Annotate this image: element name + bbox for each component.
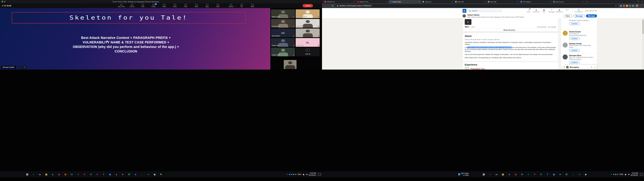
zoom-toolbar-button[interactable]: Pop out [127,4,137,8]
nav-item[interactable]: ❞ Messaging [548,9,556,12]
taskbar-app-icon[interactable]: ➤ [558,172,562,176]
person-avatar[interactable] [563,20,568,25]
browser-tab[interactable]: HROne V5 ✕ [323,0,356,3]
taskbar-clock[interactable]: 3:35 PM 8/11/2023 [630,172,638,176]
taskbar-app-icon[interactable]: X [526,172,530,176]
taskbar-app-icon[interactable]: ○ [32,172,36,176]
tab-close-icon[interactable]: ✕ [419,1,420,2]
nav-item[interactable]: ◉ Notifications [556,9,563,12]
tab-close-icon[interactable]: ✕ [550,1,551,2]
taskbar-app-icon[interactable]: ➤ [121,172,125,176]
zoom-av-button[interactable]: Share [248,4,257,8]
expand-messaging-icon[interactable]: ∧ [594,66,595,68]
nav-item[interactable]: ▣ Jobs [540,9,548,12]
search-input[interactable] [472,10,501,12]
taskbar-app-icon[interactable]: ◉ [152,172,157,176]
taskbar-app-icon[interactable]: ▭ [494,172,498,176]
extension-icon[interactable] [629,5,631,7]
browser-tab[interactable]: Vatsal Vaish... ✕ [389,0,421,3]
taskbar-app-icon[interactable]: e [51,172,55,176]
zoom-in-button[interactable]: + [22,66,27,69]
back-button[interactable]: ← [324,4,326,7]
profile-action-button[interactable]: More [564,14,572,18]
connect-button[interactable]: Connect [569,49,580,52]
zoom-toolbar-button[interactable]: React [170,4,180,8]
post-job-link[interactable]: Post a job for free [585,10,597,12]
person-avatar[interactable] [563,42,568,48]
zoom-toolbar-button[interactable]: Notes [192,4,201,8]
participant-tile[interactable]: ND Niraj Dhalani [271,28,295,37]
language-indicator[interactable]: ENG [298,174,301,175]
connect-button[interactable]: Connect [569,61,580,64]
volume-icon[interactable]: ◀) [628,174,629,175]
taskbar-app-icon[interactable]: ◎ [57,172,61,176]
person-avatar[interactable] [563,31,568,36]
stop-recording-icon[interactable] [4,5,6,6]
browser-tab[interactable]: The Ultima... ✕ [520,0,552,3]
extension-icon[interactable] [626,5,628,7]
taskbar-app-icon[interactable]: ○ [488,172,492,176]
participant-tile[interactable]: Aman Sahu [296,19,320,28]
taskbar-app-icon[interactable]: ✆ [127,172,131,176]
connect-button[interactable]: Connect [569,22,580,25]
browser-profile-avatar[interactable] [636,4,638,7]
tray-app-icon[interactable] [295,174,296,175]
zoom-toolbar-button[interactable]: View [181,4,190,8]
language-indicator[interactable]: ENG [620,174,623,175]
taskbar-app-icon[interactable]: ✆ [565,172,569,176]
active-speaker-tile[interactable] [284,60,296,69]
profile-avatar[interactable] [462,14,466,18]
experience-item[interactable]: Penetration Test... [463,67,558,70]
taskbar-app-icon[interactable]: ♪ [140,172,144,176]
zoom-out-button[interactable]: − [18,66,22,69]
tray-app-icon[interactable] [289,174,290,175]
taskbar-app-icon[interactable]: T [102,172,106,176]
taskbar-app-icon[interactable]: ♪ [571,172,575,176]
taskbar-app-icon[interactable]: T [546,172,550,176]
zoom-toolbar-button[interactable]: Take control [116,4,126,8]
taskbar-app-icon[interactable]: ▤ [44,172,48,176]
zoom-toolbar-button[interactable]: Raise [160,4,169,8]
for-business-menu[interactable]: For Business ▾ [574,9,583,12]
reactions-count[interactable]: 1,053 [470,26,474,28]
nav-item[interactable]: ☻ My Network [532,9,540,12]
linkedin-logo[interactable]: in [462,9,466,13]
taskbar-app-icon[interactable]: O [89,172,93,176]
participant-tile[interactable]: Vatsal Vaishy [271,10,295,18]
browser-tab[interactable]: My Accoun... ✕ [552,0,585,3]
bookmark-star-icon[interactable]: ☆ [615,5,617,7]
new-tab-button[interactable]: + [586,0,588,3]
tab-close-icon[interactable]: ✕ [452,1,453,2]
taskbar-app-icon[interactable]: ☻ [134,172,138,176]
taskbar-app-icon[interactable]: ✎ [159,172,163,176]
browser-tab[interactable]: About Us ✕ [421,0,454,3]
zoom-toolbar-button[interactable]: More [213,4,222,8]
zoom-av-button[interactable]: Camera [226,4,236,8]
page-scrollbar[interactable] [642,18,644,70]
profile-action-button[interactable]: Message [586,14,597,18]
meeting-info-icon[interactable] [4,1,6,2]
person-avatar[interactable] [563,54,568,60]
tab-close-icon[interactable]: ✕ [582,1,584,2]
taskbar-clock[interactable]: 3:35 PM 8/11/2023 [308,172,316,176]
scrollbar-thumb[interactable] [642,20,644,34]
volume-icon[interactable]: ◀) [306,174,307,175]
participant-tile[interactable]: Piyush Pali... [271,38,295,47]
taskbar-app-icon[interactable]: ⊞ [25,172,29,176]
participant-tile[interactable]: AL Akash Ling... [296,38,320,47]
zoom-toolbar-button[interactable]: Chat [138,4,148,8]
tab-close-icon[interactable]: ✕ [354,1,355,2]
comments-reposts-count[interactable]: 29 comments · 141 reposts [537,26,556,28]
zoom-toolbar-button[interactable]: Apps [202,4,212,8]
network-icon[interactable] [624,174,626,175]
tab-close-icon[interactable]: ✕ [484,1,485,2]
tray-app-icon[interactable] [291,174,292,175]
action-center-icon[interactable] [640,173,643,176]
tray-app-icon[interactable] [615,174,616,175]
profile-action-button[interactable]: Message [574,14,585,18]
tray-app-icon[interactable] [293,174,294,175]
action-center-icon[interactable] [318,173,321,176]
messaging-more-icon[interactable]: ⋯ [588,66,589,68]
taskbar-app-icon[interactable]: ⊞ [482,172,486,176]
taskbar-app-icon[interactable]: ◈ [584,172,588,176]
